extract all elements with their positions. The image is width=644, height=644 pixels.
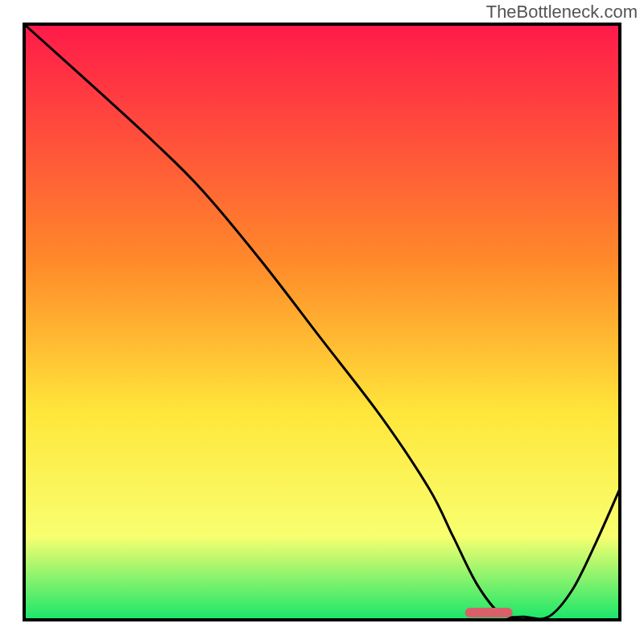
watermark-text: TheBottleneck.com xyxy=(486,2,638,23)
plot-background xyxy=(24,24,620,620)
chart-container: { "watermark": "TheBottleneck.com", "col… xyxy=(0,0,644,644)
chart-svg xyxy=(0,0,644,644)
optimal-marker xyxy=(465,608,513,617)
